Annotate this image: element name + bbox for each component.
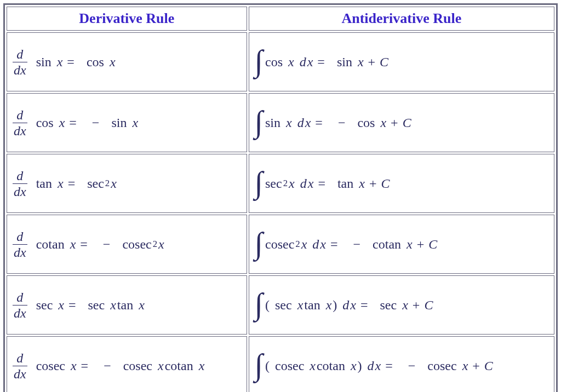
header-antiderivative: Antiderivative Rule: [249, 7, 554, 31]
antiderivative-formula: ∫ cosx dx = sinx + C: [255, 47, 548, 77]
table-row: d dx secx = secxtanx ∫ ( secxtanx ) dx: [7, 275, 554, 335]
table-row: d dx tanx = sec2x ∫ sec2x dx = t: [7, 154, 554, 213]
table-row: d dx cotanx = − cosec2x ∫ cosec2x dx: [7, 215, 554, 274]
header-derivative: Derivative Rule: [7, 7, 247, 31]
antiderivative-formula: ∫ cosec2x dx = − cotanx + C: [255, 229, 548, 260]
derivative-formula: d dx secx = secxtanx: [13, 291, 241, 320]
ddx-icon: d dx: [13, 169, 27, 198]
rules-table: Derivative Rule Antiderivative Rule d dx…: [3, 3, 558, 392]
derivative-formula: d dx cosecx = − cosecxcotanx: [13, 351, 241, 381]
integral-icon: ∫: [255, 228, 263, 258]
integral-icon: ∫: [255, 289, 263, 319]
integral-icon: ∫: [255, 45, 263, 76]
ddx-icon: d dx: [13, 48, 27, 77]
integral-icon: ∫: [255, 349, 263, 380]
derivative-formula: d dx cosx = − sinx: [13, 108, 241, 137]
table-row: d dx sinx = cosx ∫ cosx dx = sin: [7, 32, 554, 91]
integral-icon: ∫: [255, 167, 263, 198]
ddx-icon: d dx: [13, 291, 27, 320]
antiderivative-formula: ∫ ( cosecxcotanx ) dx = − cosecx + C: [255, 350, 548, 381]
ddx-icon: d dx: [13, 351, 27, 381]
antiderivative-formula: ∫ sinx dx = − cosx + C: [255, 107, 548, 138]
derivative-formula: d dx cotanx = − cosec2x: [13, 230, 241, 259]
antiderivative-formula: ∫ sec2x dx = tanx + C: [255, 168, 548, 199]
table-row: d dx cosecx = − cosecxcotanx ∫ ( cosecxc…: [7, 336, 554, 392]
antiderivative-formula: ∫ ( secxtanx ) dx = secx + C: [255, 290, 548, 320]
integral-icon: ∫: [255, 106, 263, 137]
ddx-icon: d dx: [13, 230, 27, 259]
derivative-formula: d dx sinx = cosx: [13, 48, 241, 77]
table-row: d dx cosx = − sinx ∫ sinx dx =: [7, 93, 554, 152]
derivative-formula: d dx tanx = sec2x: [13, 169, 241, 198]
ddx-icon: d dx: [13, 108, 27, 137]
